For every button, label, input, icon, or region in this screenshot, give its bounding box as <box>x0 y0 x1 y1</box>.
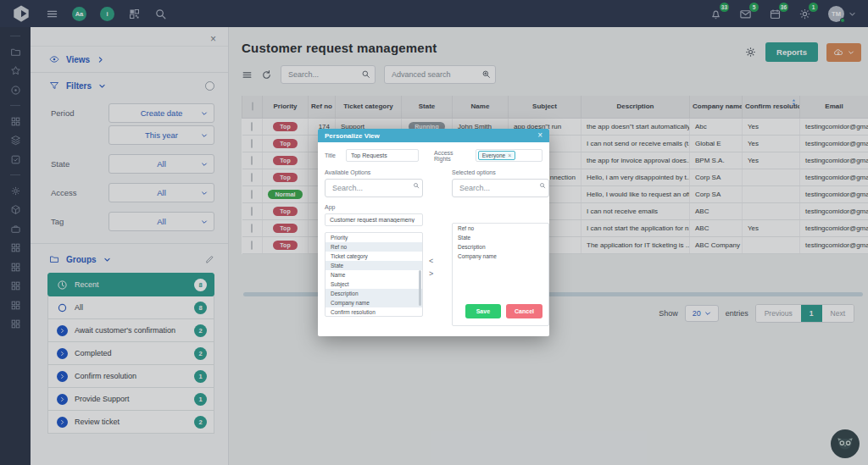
personalize-view-modal: Personalize View × Title Access Rights E… <box>318 129 549 336</box>
selected-options-search[interactable] <box>452 179 549 197</box>
selected-options-label: Selected options <box>452 169 496 175</box>
app-field-label: App <box>325 204 335 210</box>
cancel-button[interactable]: Cancel <box>506 304 542 318</box>
option-item[interactable]: Ref no <box>326 242 422 252</box>
move-left-button[interactable]: < <box>429 257 433 265</box>
option-item[interactable]: Ticket category <box>326 252 422 261</box>
app-input[interactable] <box>325 213 423 226</box>
access-rights-field[interactable]: Everyone × <box>476 149 542 162</box>
modal-header: Personalize View × <box>318 129 549 142</box>
option-item[interactable]: Company name <box>326 298 422 307</box>
modal-title: Personalize View <box>325 132 380 140</box>
remove-chip-icon[interactable]: × <box>508 152 511 158</box>
option-item[interactable]: Name <box>326 270 422 280</box>
access-rights-chip: Everyone × <box>478 151 516 160</box>
access-rights-label: Access Rights <box>434 150 470 162</box>
close-icon[interactable]: × <box>537 131 542 140</box>
list-scrollbar[interactable] <box>419 270 421 306</box>
available-options-search[interactable] <box>325 179 423 197</box>
selected-option-item[interactable]: Company name <box>453 252 548 261</box>
search-icon <box>413 182 420 189</box>
view-title-input[interactable] <box>346 149 419 162</box>
option-item[interactable]: Confirm resolution <box>326 307 422 317</box>
save-button[interactable]: Save <box>465 304 501 318</box>
move-right-button[interactable]: > <box>429 270 433 278</box>
search-icon <box>539 182 546 189</box>
available-options-list: Priority Ref no Ticket category State Na… <box>325 232 423 317</box>
selected-option-item[interactable]: Description <box>453 242 548 252</box>
option-item[interactable]: State <box>326 261 422 270</box>
title-field-label: Title <box>325 152 336 158</box>
available-options-label: Available Options <box>325 169 370 175</box>
option-item[interactable]: Priority <box>326 233 422 242</box>
selected-option-item[interactable]: State <box>453 233 548 242</box>
option-item[interactable]: Description <box>326 289 422 298</box>
option-item[interactable]: Subject <box>326 280 422 289</box>
selected-option-item[interactable]: Ref no <box>453 224 548 233</box>
